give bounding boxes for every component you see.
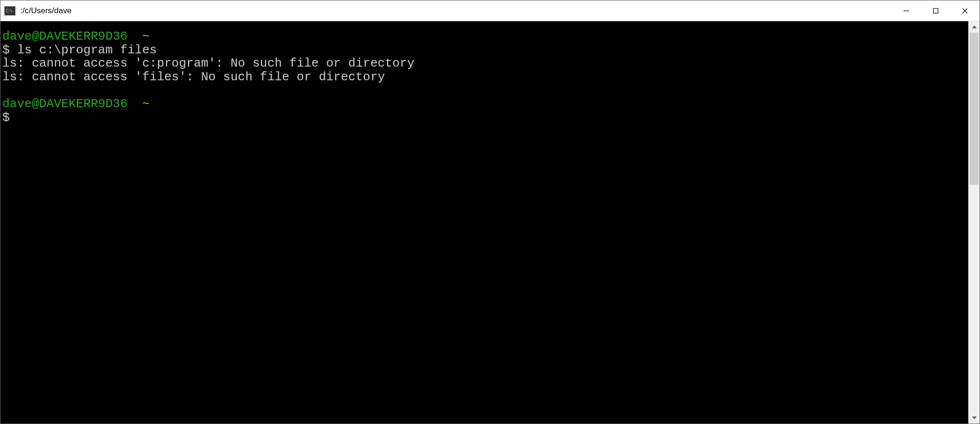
maximize-icon	[932, 8, 939, 14]
output-line: ls: cannot access 'c:program': No such f…	[2, 56, 415, 70]
output-line: ls: cannot access 'files': No such file …	[2, 70, 385, 84]
prompt-symbol: $	[2, 43, 17, 57]
close-icon	[962, 8, 968, 14]
scroll-track[interactable]	[969, 33, 980, 412]
window-titlebar: C:\. :/c/Users/dave	[0, 0, 980, 21]
minimize-button[interactable]	[892, 0, 921, 21]
minimize-icon	[903, 8, 910, 14]
terminal-wrapper: dave@DAVEKERR9D36 ~ $ ls c:\program file…	[0, 21, 980, 424]
vertical-scrollbar[interactable]	[968, 21, 980, 424]
terminal-output-area[interactable]: dave@DAVEKERR9D36 ~ $ ls c:\program file…	[0, 21, 968, 424]
scroll-thumb[interactable]	[970, 33, 979, 185]
prompt-symbol: $	[2, 110, 10, 125]
prompt-user-host: dave@DAVEKERR9D36	[2, 97, 127, 111]
prompt-path: ~	[142, 97, 149, 111]
window-title: :/c/Users/dave	[20, 6, 72, 16]
prompt-user-host: dave@DAVEKERR9D36	[2, 29, 127, 43]
window-controls	[892, 0, 980, 21]
scroll-down-arrow-icon[interactable]	[969, 412, 980, 424]
maximize-button[interactable]	[921, 0, 950, 21]
close-button[interactable]	[950, 0, 980, 21]
titlebar-left: C:\. :/c/Users/dave	[0, 6, 72, 16]
command-text: ls c:\program files	[17, 43, 157, 57]
prompt-path: ~	[142, 29, 149, 43]
scroll-up-arrow-icon[interactable]	[969, 21, 980, 33]
svg-rect-1	[933, 8, 938, 13]
cmd-icon: C:\.	[4, 6, 16, 16]
